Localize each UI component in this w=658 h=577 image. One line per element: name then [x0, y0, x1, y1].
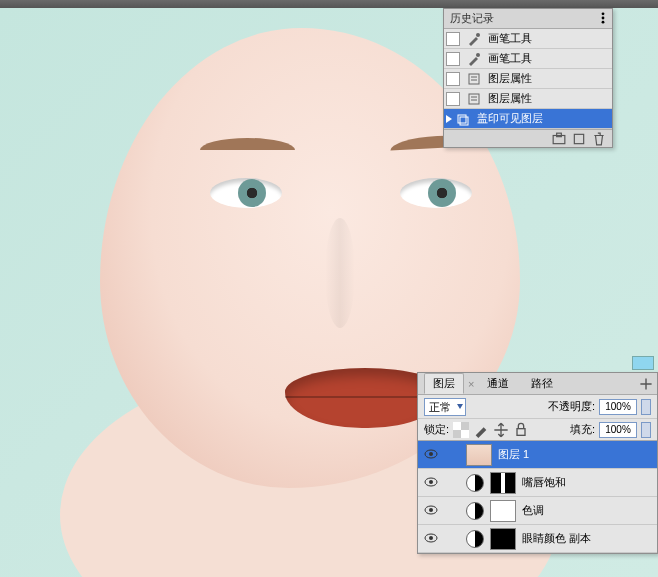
stamp-icon — [455, 111, 471, 127]
layer-thumb[interactable] — [466, 444, 492, 466]
visibility-icon[interactable] — [424, 449, 438, 461]
svg-point-1 — [602, 12, 605, 15]
play-arrow-icon — [446, 115, 452, 123]
lock-all-icon[interactable] — [513, 422, 529, 438]
layer-row[interactable]: 眼睛颜色 副本 — [418, 525, 657, 553]
history-item-label: 图层属性 — [488, 91, 532, 106]
blend-opacity-row: 正常 不透明度: — [418, 395, 657, 419]
history-panel: 历史记录 画笔工具画笔工具图层属性图层属性盖印可见图层 — [443, 8, 613, 148]
svg-rect-5 — [469, 74, 479, 84]
svg-rect-8 — [469, 94, 479, 104]
panel-menu-icon[interactable] — [596, 11, 610, 25]
history-item-label: 画笔工具 — [488, 31, 532, 46]
fill-label: 填充: — [570, 422, 595, 437]
layer-row[interactable]: 图层 1 — [418, 441, 657, 469]
lock-move-icon[interactable] — [493, 422, 509, 438]
history-checkbox[interactable] — [446, 92, 460, 106]
visibility-icon[interactable] — [424, 533, 438, 545]
svg-rect-11 — [458, 115, 466, 123]
lock-fill-row: 锁定: 填充: — [418, 419, 657, 441]
history-item[interactable]: 画笔工具 — [444, 49, 612, 69]
layer-name: 眼睛颜色 副本 — [522, 531, 591, 546]
svg-point-3 — [476, 33, 480, 37]
fill-arrow-icon[interactable] — [641, 422, 651, 438]
adjustment-icon — [466, 474, 484, 492]
history-tabs: 历史记录 — [444, 9, 612, 29]
trash-icon[interactable] — [592, 132, 606, 146]
adjustment-icon — [466, 530, 484, 548]
layerprops-icon — [466, 71, 482, 87]
visibility-icon[interactable] — [424, 477, 438, 489]
brush-icon — [466, 31, 482, 47]
history-item-label: 画笔工具 — [488, 51, 532, 66]
app-toolbar — [0, 0, 658, 8]
visibility-icon[interactable] — [424, 505, 438, 517]
brush-icon — [466, 51, 482, 67]
tab-channels[interactable]: 通道 — [478, 373, 518, 394]
tab-paths[interactable]: 路径 — [522, 373, 562, 394]
tab-history[interactable]: 历史记录 — [450, 11, 494, 26]
layer-name: 嘴唇饱和 — [522, 475, 566, 490]
svg-rect-12 — [460, 117, 468, 125]
mask-thumb[interactable] — [490, 500, 516, 522]
svg-point-2 — [602, 21, 605, 24]
layer-name: 图层 1 — [498, 447, 529, 462]
layers-panel: 图层 × 通道 路径 正常 不透明度: 锁定: 填充: 图层 1嘴唇饱和色调眼睛… — [417, 372, 658, 554]
mask-thumb[interactable] — [490, 528, 516, 550]
layerprops-icon — [466, 91, 482, 107]
layer-name: 色调 — [522, 503, 544, 518]
svg-point-25 — [429, 508, 433, 512]
history-item[interactable]: 图层属性 — [444, 89, 612, 109]
new-doc-icon[interactable] — [572, 132, 586, 146]
svg-rect-15 — [574, 134, 583, 143]
history-item-label: 盖印可见图层 — [477, 111, 543, 126]
lock-brush-icon[interactable] — [473, 422, 489, 438]
svg-point-0 — [602, 17, 605, 20]
blend-mode-select[interactable]: 正常 — [424, 398, 466, 416]
new-snapshot-icon[interactable] — [552, 132, 566, 146]
panel-menu-icon[interactable] — [639, 377, 653, 391]
history-checkbox[interactable] — [446, 52, 460, 66]
history-item[interactable]: 盖印可见图层 — [444, 109, 612, 129]
history-item-label: 图层属性 — [488, 71, 532, 86]
svg-point-23 — [429, 480, 433, 484]
svg-rect-18 — [461, 430, 469, 438]
opacity-input[interactable] — [599, 399, 637, 415]
svg-point-21 — [429, 452, 433, 456]
opacity-arrow-icon[interactable] — [641, 399, 651, 415]
color-swatch[interactable] — [632, 356, 654, 370]
history-footer — [444, 129, 612, 147]
history-item[interactable]: 画笔工具 — [444, 29, 612, 49]
mask-thumb[interactable] — [490, 472, 516, 494]
tab-layers[interactable]: 图层 — [424, 373, 464, 394]
layer-row[interactable]: 嘴唇饱和 — [418, 469, 657, 497]
adjustment-icon — [466, 502, 484, 520]
opacity-label: 不透明度: — [548, 399, 595, 414]
layer-row[interactable]: 色调 — [418, 497, 657, 525]
svg-rect-17 — [453, 422, 461, 430]
svg-point-4 — [476, 53, 480, 57]
history-checkbox[interactable] — [446, 32, 460, 46]
svg-rect-19 — [517, 428, 525, 435]
history-item[interactable]: 图层属性 — [444, 69, 612, 89]
lock-transparent-icon[interactable] — [453, 422, 469, 438]
history-checkbox[interactable] — [446, 72, 460, 86]
fill-input[interactable] — [599, 422, 637, 438]
layers-tabs: 图层 × 通道 路径 — [418, 373, 657, 395]
svg-point-27 — [429, 536, 433, 540]
lock-label: 锁定: — [424, 422, 449, 437]
